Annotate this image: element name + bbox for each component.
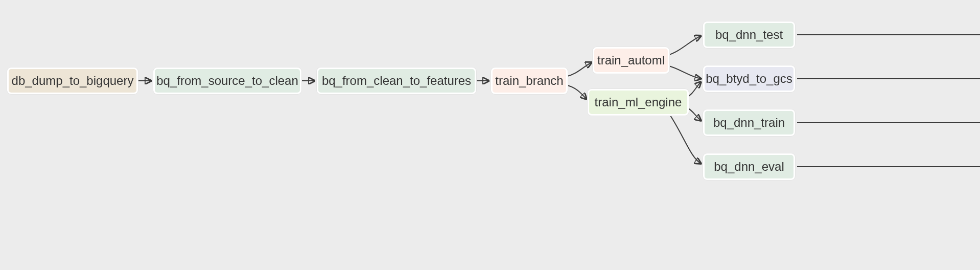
task-label: bq_dnn_train: [713, 116, 785, 130]
task-train-ml-engine[interactable]: train_ml_engine: [588, 89, 689, 116]
task-label: bq_from_source_to_clean: [156, 74, 298, 88]
task-db-dump-to-bigquery[interactable]: db_dump_to_bigquery: [7, 68, 138, 94]
task-bq-dnn-eval[interactable]: bq_dnn_eval: [703, 153, 795, 180]
task-train-automl[interactable]: train_automl: [593, 47, 669, 74]
task-label: train_ml_engine: [595, 95, 682, 109]
task-label: bq_btyd_to_gcs: [706, 72, 792, 86]
task-label: bq_dnn_eval: [714, 160, 784, 174]
task-label: db_dump_to_bigquery: [12, 74, 134, 88]
task-bq-btyd-to-gcs[interactable]: bq_btyd_to_gcs: [703, 65, 795, 92]
task-label: bq_from_clean_to_features: [322, 74, 471, 88]
task-bq-from-source-to-clean[interactable]: bq_from_source_to_clean: [153, 68, 301, 94]
task-label: bq_dnn_test: [715, 28, 783, 42]
task-bq-dnn-train[interactable]: bq_dnn_train: [703, 109, 795, 136]
task-label: train_branch: [495, 74, 563, 88]
task-bq-dnn-test[interactable]: bq_dnn_test: [703, 21, 795, 48]
task-label: train_automl: [597, 53, 665, 68]
task-train-branch[interactable]: train_branch: [491, 68, 568, 94]
task-bq-from-clean-to-features[interactable]: bq_from_clean_to_features: [317, 68, 476, 94]
dag-edges-layer: [0, 0, 980, 270]
